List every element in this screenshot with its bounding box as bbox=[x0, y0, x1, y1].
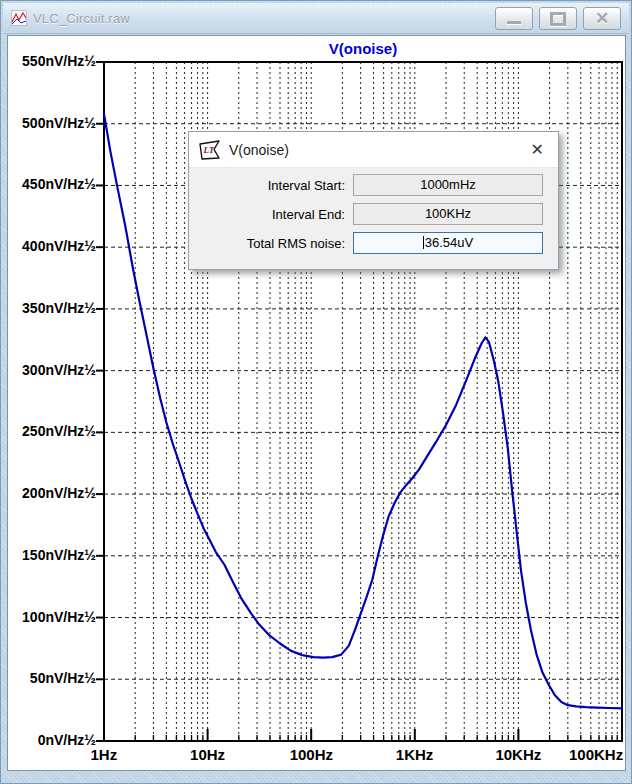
dialog-titlebar[interactable]: LT V(onoise) ✕ bbox=[189, 132, 558, 168]
x-tick-label: 1KHz bbox=[396, 746, 434, 763]
total-rms-noise-label: Total RMS noise: bbox=[195, 236, 353, 251]
y-tick-label: 400nV/Hz½ bbox=[10, 238, 96, 254]
window-title: VLC_Circuit.raw bbox=[33, 11, 130, 26]
x-tick-label: 10Hz bbox=[190, 746, 225, 763]
rms-noise-dialog: LT V(onoise) ✕ Interval Start: 1000mHz I… bbox=[188, 131, 559, 270]
minimize-button[interactable] bbox=[495, 7, 533, 30]
x-tick-label: 100KHz bbox=[569, 746, 623, 763]
y-tick-label: 50nV/Hz½ bbox=[10, 670, 96, 686]
dialog-close-icon[interactable]: ✕ bbox=[531, 142, 544, 158]
y-tick-label: 500nV/Hz½ bbox=[10, 115, 96, 131]
y-tick-label: 100nV/Hz½ bbox=[10, 609, 96, 625]
total-rms-noise-value: 36.54uV bbox=[425, 235, 473, 250]
interval-start-value: 1000mHz bbox=[420, 177, 476, 192]
x-tick-label: 10KHz bbox=[495, 746, 541, 763]
total-rms-noise-field[interactable]: 36.54uV bbox=[353, 232, 543, 254]
y-tick-label: 0nV/Hz½ bbox=[10, 732, 96, 748]
svg-text:LT: LT bbox=[203, 145, 215, 155]
y-tick-label: 350nV/Hz½ bbox=[10, 300, 96, 316]
text-cursor bbox=[423, 236, 424, 249]
y-tick-label: 550nV/Hz½ bbox=[10, 53, 96, 69]
y-tick-label: 150nV/Hz½ bbox=[10, 547, 96, 563]
interval-end-label: Interval End: bbox=[195, 207, 353, 222]
dialog-title: V(onoise) bbox=[229, 142, 289, 158]
interval-start-field[interactable]: 1000mHz bbox=[353, 174, 543, 196]
minimize-icon bbox=[507, 21, 521, 24]
y-tick-label: 200nV/Hz½ bbox=[10, 485, 96, 501]
interval-start-row: Interval Start: 1000mHz bbox=[195, 174, 546, 196]
window-titlebar[interactable]: VLC_Circuit.raw ✕ bbox=[3, 3, 629, 34]
waveform-window-icon bbox=[11, 10, 27, 26]
close-icon: ✕ bbox=[595, 10, 609, 27]
y-tick-label: 450nV/Hz½ bbox=[10, 176, 96, 192]
dialog-body: Interval Start: 1000mHz Interval End: 10… bbox=[189, 168, 558, 269]
total-rms-noise-row: Total RMS noise: 36.54uV bbox=[195, 232, 546, 254]
waveform-window: VLC_Circuit.raw ✕ V(onoise) 550nV/Hz½500… bbox=[0, 0, 632, 784]
interval-start-label: Interval Start: bbox=[195, 178, 353, 193]
close-button[interactable]: ✕ bbox=[583, 7, 621, 30]
y-tick-label: 250nV/Hz½ bbox=[10, 423, 96, 439]
x-tick-label: 100Hz bbox=[290, 746, 333, 763]
x-tick-label: 1Hz bbox=[91, 746, 118, 763]
maximize-icon bbox=[550, 12, 566, 26]
window-controls: ✕ bbox=[495, 7, 621, 30]
interval-end-row: Interval End: 100KHz bbox=[195, 203, 546, 225]
lt-logo-icon: LT bbox=[199, 140, 221, 160]
interval-end-value: 100KHz bbox=[425, 206, 471, 221]
y-tick-label: 300nV/Hz½ bbox=[10, 362, 96, 378]
maximize-button[interactable] bbox=[539, 7, 577, 30]
interval-end-field[interactable]: 100KHz bbox=[353, 203, 543, 225]
